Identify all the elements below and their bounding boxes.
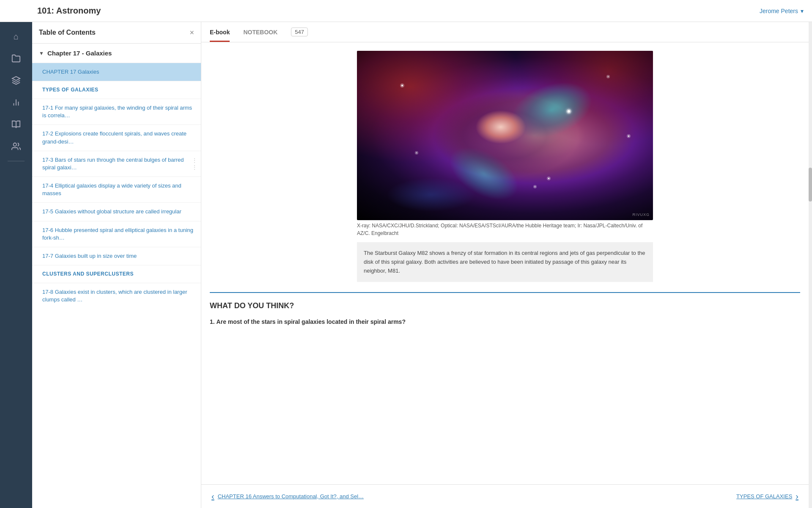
tab-notebook[interactable]: NOTEBOOK [243, 22, 277, 42]
toc-item-17-1[interactable]: 17-1 For many spiral galaxies, the windi… [32, 99, 201, 124]
prev-arrow-icon: ‹ [211, 491, 214, 501]
toc-close-button[interactable]: × [189, 29, 194, 36]
chapter-chevron-icon: ▼ [39, 50, 44, 56]
main-layout: ⌂ Table of Contents × ▼ Chapter 17 - Gal… [0, 22, 812, 508]
app-title: 101: Astronomy [37, 6, 101, 16]
sidebar-item-users[interactable] [4, 136, 28, 157]
next-nav-label: TYPES OF GALAXIES [736, 493, 792, 500]
user-dropdown-icon: ▾ [801, 8, 804, 14]
svg-point-4 [14, 143, 16, 146]
toc-header: Table of Contents × [32, 22, 201, 44]
question-number: 1. [210, 318, 215, 325]
toc-item-17-2[interactable]: 17-2 Explosions create flocculent spiral… [32, 124, 201, 150]
watermark: RIVUXG [632, 213, 650, 217]
sidebar-item-home[interactable]: ⌂ [4, 26, 28, 47]
galaxy-core [475, 110, 526, 144]
next-arrow-icon: › [796, 491, 798, 501]
toc-body: ▼ Chapter 17 - Galaxies CHAPTER 17 Galax… [32, 44, 201, 508]
image-credit: X-ray: NASA/CXC/JHU/D.Strickland; Optica… [357, 222, 653, 237]
sidebar-item-folder[interactable] [4, 48, 28, 69]
question-text: Are most of the stars in spiral galaxies… [217, 318, 406, 325]
next-nav-link[interactable]: TYPES OF GALAXIES › [736, 491, 798, 501]
chapter-heading[interactable]: ▼ Chapter 17 - Galaxies [32, 44, 201, 63]
toc-item-17-7[interactable]: 17-7 Galaxies built up in size over time [32, 247, 201, 265]
prev-nav-link[interactable]: ‹ CHAPTER 16 Answers to Computational, G… [211, 491, 364, 501]
toc-item-17-8[interactable]: 17-8 Galaxies exist in clusters, which a… [32, 283, 201, 309]
tab-ebook[interactable]: E-book [210, 22, 230, 42]
top-header: 101: Astronomy Jerome Peters ▾ [0, 0, 812, 22]
toc-item-17-5[interactable]: 17-5 Galaxies without global structure a… [32, 202, 201, 221]
user-menu[interactable]: Jerome Peters ▾ [760, 8, 804, 14]
sidebar-divider [8, 161, 25, 161]
toc-panel: Table of Contents × ▼ Chapter 17 - Galax… [32, 22, 201, 508]
content-area: E-book NOTEBOOK 547 [201, 22, 809, 508]
toc-item-clusters[interactable]: CLUSTERS AND SUPERCLUSTERS [32, 265, 201, 283]
svg-marker-0 [12, 77, 20, 80]
content-scroll[interactable]: RIVUXG X-ray: NASA/CXC/JHU/D.Strickland;… [201, 42, 809, 484]
chapter-heading-label: Chapter 17 - Galaxies [47, 50, 112, 57]
tab-badge[interactable]: 547 [291, 22, 308, 42]
toc-item-17-6[interactable]: 17-6 Hubble presented spiral and ellipti… [32, 221, 201, 247]
user-name: Jerome Peters [760, 8, 798, 14]
scrollbar-thumb [809, 168, 812, 202]
toc-item-types[interactable]: TYPES OF GALAXIES [32, 81, 201, 99]
toc-item-17-3[interactable]: 17-3 Bars of stars run through the centr… [32, 151, 201, 177]
galaxy-image-container: RIVUXG X-ray: NASA/CXC/JHU/D.Strickland;… [357, 51, 653, 282]
toc-item-17-4[interactable]: 17-4 Elliptical galaxies display a wide … [32, 177, 201, 202]
sidebar-item-layers[interactable] [4, 70, 28, 91]
right-scrollbar[interactable] [809, 22, 812, 508]
galaxy-image: RIVUXG [357, 51, 653, 220]
image-caption: The Starburst Galaxy M82 shows a frenzy … [357, 242, 653, 282]
bottom-nav: ‹ CHAPTER 16 Answers to Computational, G… [201, 484, 809, 508]
question-item-1: 1. Are most of the stars in spiral galax… [210, 317, 800, 326]
section-divider [210, 292, 800, 293]
tabs-bar: E-book NOTEBOOK 547 [201, 22, 809, 42]
sidebar-item-chart[interactable] [4, 92, 28, 113]
toc-title: Table of Contents [39, 29, 96, 36]
drag-handle-icon[interactable]: ⋮ ⋮ [192, 157, 198, 170]
toc-item-ch17[interactable]: CHAPTER 17 Galaxies [32, 63, 201, 81]
sidebar-item-notebook[interactable] [4, 114, 28, 135]
section-title: WHAT DO YOU THINK? [210, 301, 800, 310]
icon-sidebar: ⌂ [0, 22, 32, 508]
prev-nav-label: CHAPTER 16 Answers to Computational, Got… [218, 493, 364, 500]
